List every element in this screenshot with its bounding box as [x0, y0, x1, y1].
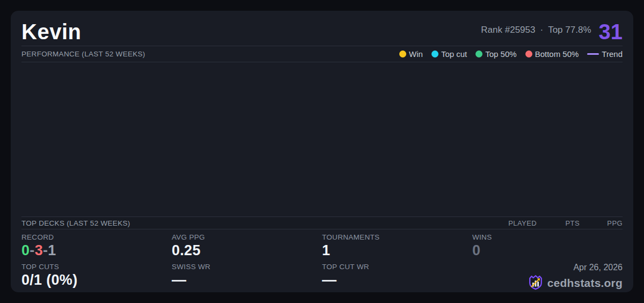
brand-name: cedhstats.org — [547, 277, 623, 290]
performance-title: PERFORMANCE (LAST 52 WEEKS) — [21, 50, 145, 58]
stat-label-record: RECORD — [21, 233, 172, 241]
stat-value-avg-ppg: 0.25 — [172, 243, 322, 259]
top-decks-title: TOP DECKS (LAST 52 WEEKS) — [21, 219, 130, 227]
legend-label: Trend — [602, 49, 623, 59]
stat-avg-ppg: AVG PPG 0.25 — [172, 233, 322, 263]
record-separator: - — [43, 242, 48, 258]
legend-item-topcut: Top cut — [431, 49, 467, 59]
record-draws: 1 — [48, 242, 56, 258]
legend-item-top50: Top 50% — [475, 49, 516, 59]
bottom50-dot-icon — [525, 50, 532, 57]
footer-cell: Apr 26, 2026 cedhstats.org — [472, 263, 623, 292]
stat-record: RECORD 0-3-1 — [21, 233, 172, 263]
header-right: Rank #25953 · Top 77.8% 31 — [481, 21, 623, 42]
stat-label-top-cuts: TOP CUTS — [21, 263, 172, 271]
brand-row[interactable]: cedhstats.org — [528, 274, 623, 292]
legend-label: Win — [409, 49, 423, 59]
record-separator: - — [30, 242, 34, 258]
stat-label-tournaments: TOURNAMENTS — [322, 233, 472, 241]
rank-line: Rank #25953 · Top 77.8% — [481, 25, 591, 39]
legend-item-win: Win — [399, 49, 423, 59]
performance-header-row: PERFORMANCE (LAST 52 WEEKS) Win Top cut … — [21, 46, 623, 62]
rank-separator: · — [540, 25, 543, 35]
player-stats-card: Kevin Rank #25953 · Top 77.8% 31 PERFORM… — [11, 11, 633, 292]
record-losses: 3 — [35, 242, 43, 258]
chart-legend: Win Top cut Top 50% Bottom 50% Trend — [399, 49, 623, 59]
stat-value-top-cuts: 0/1 (0%) — [21, 272, 172, 288]
top50-dot-icon — [475, 50, 482, 57]
stat-value-wins: 0 — [472, 243, 623, 259]
column-header-pts: PTS — [537, 219, 580, 227]
performance-chart — [21, 62, 623, 217]
stat-label-avg-ppg: AVG PPG — [172, 233, 322, 241]
top-percent-text: Top 77.8% — [548, 25, 591, 35]
stat-top-cut-wr: TOP CUT WR — — [322, 263, 472, 292]
card-header: Kevin Rank #25953 · Top 77.8% 31 — [21, 11, 623, 46]
generated-date: Apr 26, 2026 — [573, 263, 623, 272]
legend-label: Top cut — [441, 49, 467, 59]
stat-wins: WINS 0 — [472, 233, 623, 263]
topcut-dot-icon — [431, 50, 438, 57]
legend-label: Bottom 50% — [535, 49, 579, 59]
stat-value-record: 0-3-1 — [21, 243, 172, 259]
column-header-played: PLAYED — [494, 219, 537, 227]
top-decks-columns: PLAYED PTS PPG — [494, 219, 623, 227]
win-dot-icon — [399, 50, 406, 57]
stats-grid: RECORD 0-3-1 AVG PPG 0.25 TOURNAMENTS 1 … — [21, 229, 623, 292]
stat-value-swiss-wr: — — [172, 272, 322, 288]
stat-value-top-cut-wr: — — [322, 272, 472, 288]
column-header-ppg: PPG — [580, 219, 623, 227]
stat-value-tournaments: 1 — [322, 243, 472, 259]
rank-text: Rank #25953 — [481, 25, 535, 35]
stat-label-wins: WINS — [472, 233, 623, 241]
stat-tournaments: TOURNAMENTS 1 — [322, 233, 472, 263]
legend-item-trend: Trend — [587, 49, 623, 59]
stat-swiss-wr: SWISS WR — — [172, 263, 322, 292]
stat-top-cuts: TOP CUTS 0/1 (0%) — [21, 263, 172, 292]
trend-line-icon — [587, 53, 599, 55]
cedhstats-shield-logo-icon — [528, 274, 544, 292]
legend-item-bottom50: Bottom 50% — [525, 49, 579, 59]
top-decks-header-row: TOP DECKS (LAST 52 WEEKS) PLAYED PTS PPG — [21, 217, 623, 229]
record-wins: 0 — [21, 242, 30, 258]
stat-label-swiss-wr: SWISS WR — [172, 263, 322, 271]
stat-label-top-cut-wr: TOP CUT WR — [322, 263, 472, 271]
player-name: Kevin — [21, 21, 81, 42]
player-score: 31 — [599, 21, 623, 42]
legend-label: Top 50% — [485, 49, 516, 59]
